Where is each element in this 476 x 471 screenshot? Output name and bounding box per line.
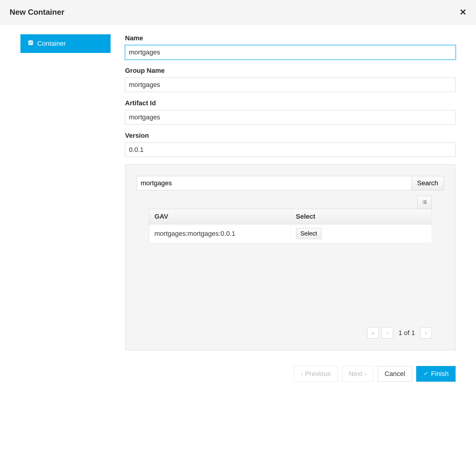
chevron-left-icon: ‹ [386, 330, 388, 336]
search-input[interactable] [137, 176, 412, 190]
chevron-left-icon: ‹ [301, 371, 303, 377]
field-group-name: Group Name [125, 67, 456, 92]
version-input[interactable] [125, 143, 456, 157]
finish-button[interactable]: Finish [416, 366, 456, 382]
chevron-right-icon: › [425, 330, 427, 336]
table-row: mortgages:mortgages:0.0.1 Select [149, 224, 432, 243]
next-button[interactable]: Next › [342, 366, 374, 382]
group-name-input[interactable] [125, 78, 456, 92]
close-icon: ✕ [459, 8, 466, 17]
results-table: GAV Select mortgages:mortgages:0.0.1 Sel… [149, 209, 432, 243]
version-label: Version [125, 132, 456, 140]
cancel-button[interactable]: Cancel [378, 366, 412, 382]
pager-label: 1 of 1 [396, 329, 417, 337]
close-button[interactable]: ✕ [459, 7, 466, 17]
pager-prev-button[interactable]: ‹ [382, 327, 393, 339]
gav-column-header[interactable]: GAV [149, 209, 291, 224]
next-label: Next [349, 370, 362, 378]
pager: « ‹ 1 of 1 › [137, 327, 444, 339]
artifact-id-input[interactable] [125, 110, 456, 125]
previous-label: Previous [305, 370, 331, 378]
select-column-header[interactable]: Select [290, 209, 432, 224]
wizard-body: Container Name Group Name Artifact Id Ve… [0, 25, 476, 360]
list-toggle-row [137, 196, 444, 209]
wizard-main: Name Group Name Artifact Id Version Sear… [125, 34, 456, 350]
field-name: Name [125, 34, 456, 60]
search-row: Search [137, 176, 444, 190]
field-artifact-id: Artifact Id [125, 99, 456, 125]
wizard-title: New Container [10, 8, 64, 17]
wizard-footer: ‹ Previous Next › Cancel Finish [0, 360, 476, 394]
finish-label: Finish [431, 370, 449, 378]
list-view-toggle[interactable] [417, 196, 432, 209]
search-button[interactable]: Search [412, 176, 444, 190]
wizard-header: New Container ✕ [0, 0, 476, 25]
check-icon [423, 370, 429, 378]
name-label: Name [125, 34, 456, 42]
sidebar-step-container[interactable]: Container [20, 34, 111, 53]
name-input[interactable] [125, 45, 456, 60]
chevron-double-left-icon: « [371, 330, 374, 336]
previous-button[interactable]: ‹ Previous [294, 366, 338, 382]
results-header-row: GAV Select [149, 209, 432, 224]
group-name-label: Group Name [125, 67, 456, 75]
check-icon [28, 40, 34, 48]
sidebar-step-label: Container [37, 40, 66, 48]
pager-first-button[interactable]: « [367, 327, 379, 339]
select-result-button[interactable]: Select [296, 228, 322, 239]
list-icon [422, 199, 428, 206]
artifact-id-label: Artifact Id [125, 99, 456, 107]
pager-next-button[interactable]: › [420, 327, 432, 339]
select-cell: Select [290, 224, 432, 243]
gav-cell: mortgages:mortgages:0.0.1 [149, 224, 291, 243]
field-version: Version [125, 132, 456, 157]
search-panel: Search GAV Select mor [125, 164, 456, 350]
chevron-right-icon: › [365, 371, 367, 377]
wizard-sidebar: Container [20, 34, 111, 350]
